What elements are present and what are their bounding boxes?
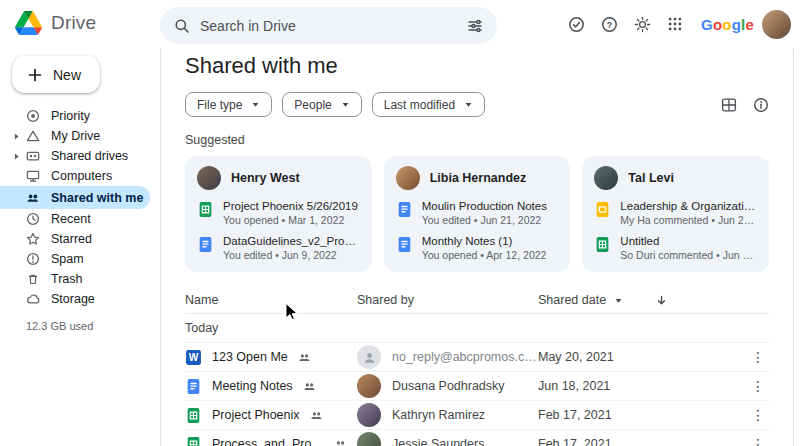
search-options-button[interactable]	[459, 10, 491, 42]
column-header-label: Shared date	[538, 293, 606, 307]
search-input[interactable]	[200, 18, 449, 34]
person-name: Libia Hernandez	[430, 171, 527, 185]
filter-chip-file-type[interactable]: File type	[185, 92, 272, 117]
plus-icon	[27, 67, 43, 83]
suggested-file[interactable]: Leadership & Organization Updates My Ha …	[594, 200, 757, 226]
sidebar-item-shared-drives[interactable]: Shared drives	[0, 146, 160, 166]
suggested-file[interactable]: DataGuidelines_v2_Process_and_Pr... You …	[197, 235, 360, 261]
table-row[interactable]: Project Phoenix Kathryn Ramirez Feb 17, …	[185, 401, 769, 430]
avatar	[594, 166, 618, 190]
docs-file-icon	[185, 378, 202, 395]
person-name: Tal Levi	[628, 171, 674, 185]
suggested-file[interactable]: Project Phoenix 5/26/2019 You opened • M…	[197, 200, 360, 226]
sidebar-item-label: Storage	[51, 292, 95, 306]
table-header: Name Shared by Shared date	[185, 287, 769, 314]
column-header-shared-date[interactable]: Shared date	[538, 293, 747, 307]
sidebar-item-spam[interactable]: Spam	[0, 249, 160, 269]
sheets-file-icon	[197, 201, 214, 218]
sidebar-item-recent[interactable]: Recent	[0, 209, 160, 229]
avatar	[357, 432, 381, 446]
shared-people-icon	[334, 438, 347, 446]
drive-brand[interactable]: Drive	[15, 11, 96, 35]
details-button[interactable]	[753, 97, 769, 113]
page-title: Shared with me	[185, 53, 769, 79]
sort-caret-icon[interactable]	[614, 296, 623, 305]
shared-by-name: Dusana Podhradsky	[392, 379, 505, 393]
table-row[interactable]: Meeting Notes Dusana Podhradsky Jun 18, …	[185, 372, 769, 401]
filter-chip-last-modified[interactable]: Last modified	[372, 92, 485, 117]
file-name: Project Phoenix	[212, 408, 300, 422]
file-meta: You edited • Jun 9, 2022	[223, 249, 360, 261]
info-icon	[753, 97, 769, 113]
chevron-right-icon[interactable]	[10, 132, 22, 141]
file-name: DataGuidelines_v2_Process_and_Pr...	[223, 235, 360, 247]
sidebar-item-starred[interactable]: Starred	[0, 229, 160, 249]
docs-file-icon	[396, 201, 413, 218]
filter-chip-people[interactable]: People	[282, 92, 361, 117]
new-button-label: New	[53, 67, 81, 83]
avatar	[357, 374, 381, 398]
docs-file-icon	[197, 236, 214, 253]
sidebar-item-trash[interactable]: Trash	[0, 269, 160, 289]
row-menu-icon[interactable]: ⋮	[747, 379, 769, 393]
column-header-name[interactable]: Name	[185, 293, 357, 307]
chevron-down-icon	[341, 100, 350, 109]
sheets-file-icon	[185, 436, 202, 446]
google-logo: Google	[701, 16, 754, 33]
suggested-cards: Henry West Project Phoenix 5/26/2019 You…	[185, 156, 769, 272]
docs-file-icon	[396, 236, 413, 253]
table-row[interactable]: 123 Open Me no_reply@abcpromos.com May 2…	[185, 343, 769, 372]
new-button[interactable]: New	[12, 56, 100, 93]
shared-by-name: no_reply@abcpromos.com	[392, 350, 538, 364]
chevron-down-icon	[251, 100, 260, 109]
sort-direction-arrow-icon[interactable]	[655, 294, 668, 307]
column-header-shared-by[interactable]: Shared by	[357, 293, 538, 307]
suggestion-card[interactable]: Libia Hernandez Moulin Production Notes …	[384, 156, 571, 272]
group-label-today: Today	[185, 314, 769, 343]
sidebar-item-computers[interactable]: Computers	[0, 166, 160, 186]
settings-button[interactable]	[626, 8, 658, 40]
offline-status-button[interactable]	[560, 8, 592, 40]
row-menu-icon[interactable]: ⋮	[747, 350, 769, 364]
sidebar-item-label: Shared with me	[51, 191, 143, 205]
help-icon	[601, 16, 618, 33]
sidebar-item-priority[interactable]: Priority	[0, 106, 160, 126]
row-menu-icon[interactable]: ⋮	[747, 437, 769, 446]
sidebar-item-label: Computers	[51, 169, 112, 183]
sidebar-item-my-drive[interactable]: My Drive	[0, 126, 160, 146]
file-name: 123 Open Me	[212, 350, 288, 364]
search-icon[interactable]	[174, 18, 190, 34]
suggested-file[interactable]: Untitled So Duri commented • Jun 11, 202…	[594, 235, 757, 261]
row-menu-icon[interactable]: ⋮	[747, 408, 769, 422]
shared-date: May 20, 2021	[538, 350, 747, 364]
sidebar-item-label: Shared drives	[51, 149, 128, 163]
suggested-file[interactable]: Monthly Notes (1) You opened • Apr 12, 2…	[396, 235, 559, 261]
sidebar-item-label: Priority	[51, 109, 90, 123]
shared-by-name: Kathryn Ramirez	[392, 408, 485, 422]
top-bar: Drive Google	[0, 0, 800, 48]
table-row[interactable]: Process_and_Procedures Jessie Saunders F…	[185, 430, 769, 446]
file-name: Monthly Notes (1)	[422, 235, 547, 247]
search-bar[interactable]	[160, 7, 497, 44]
sidebar-item-label: My Drive	[51, 129, 100, 143]
chevron-right-icon[interactable]	[10, 152, 22, 161]
sidebar-item-label: Recent	[51, 212, 91, 226]
filter-chips-row: File type People Last modified	[185, 92, 769, 117]
suggestion-card[interactable]: Henry West Project Phoenix 5/26/2019 You…	[185, 156, 372, 272]
help-button[interactable]	[593, 8, 625, 40]
account-avatar[interactable]	[762, 10, 791, 39]
apps-grid-icon	[667, 16, 683, 32]
apps-grid-button[interactable]	[659, 8, 691, 40]
my-drive-icon	[26, 129, 40, 143]
sidebar-item-shared-with-me[interactable]: Shared with me	[0, 186, 150, 209]
app-name: Drive	[51, 12, 96, 34]
suggested-file[interactable]: Moulin Production Notes You edited • Jun…	[396, 200, 559, 226]
shared-with-me-icon	[26, 191, 40, 205]
shared-drives-icon	[26, 149, 40, 163]
sidebar: New Priority My Drive Shared drives Comp…	[0, 48, 160, 446]
sidebar-item-storage[interactable]: Storage	[0, 289, 160, 309]
suggestion-card[interactable]: Tal Levi Leadership & Organization Updat…	[582, 156, 769, 272]
trash-icon	[26, 272, 40, 286]
chip-label: Last modified	[384, 98, 455, 112]
grid-view-toggle-button[interactable]	[721, 97, 737, 113]
